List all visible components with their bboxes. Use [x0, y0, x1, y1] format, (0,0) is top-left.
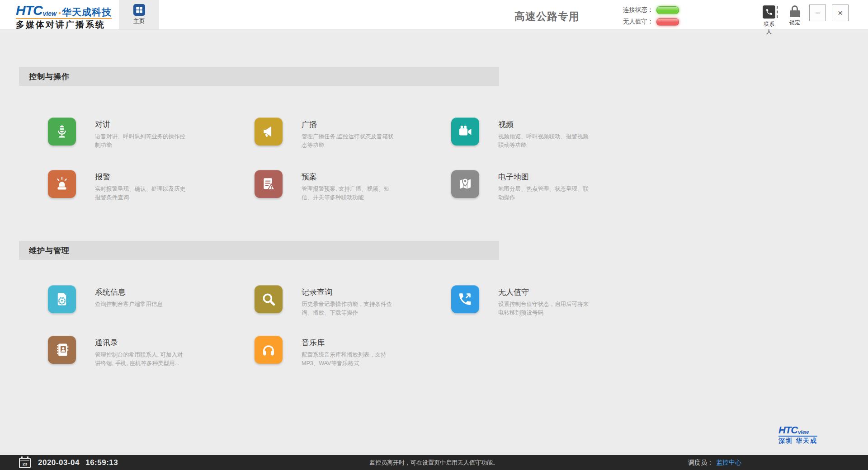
feature-title: 通讯录	[95, 338, 188, 348]
brand-dot-icon: ●	[58, 11, 61, 15]
contacts-icon	[763, 5, 775, 19]
feature-title: 无人值守	[498, 287, 591, 297]
video-camera-icon	[451, 118, 479, 146]
watermark-view: view	[798, 430, 809, 435]
feature-desc: 实时报警呈现、确认、处理以及历史报警条件查询	[95, 185, 188, 202]
contacts-button[interactable]: 联系人	[761, 5, 777, 36]
dispatcher-link[interactable]: 监控中心	[716, 459, 741, 466]
status-block: 连接状态： 无人值守：	[623, 5, 679, 28]
connection-status-label: 连接状态：	[623, 6, 654, 14]
section-band-control: 控制与操作	[19, 67, 499, 86]
brand-cn: 华天成科技	[62, 7, 112, 17]
feature-desc: 配置系统音乐库和播放列表，支持MP3、WAV等音乐格式	[302, 351, 395, 368]
microphone-icon	[48, 118, 76, 146]
feature-desc: 查询控制台客户端常用信息	[95, 300, 188, 309]
feature-broadcast[interactable]: 广播 管理广播任务,监控运行状态及音箱状态等功能	[255, 118, 451, 150]
feature-desc: 管理报警预案, 支持广播、视频、短信、开关等多种联动功能	[302, 185, 395, 202]
feature-desc: 管理控制台的常用联系人, 可加入对讲终端, 手机, 座机等多种类型用...	[95, 351, 188, 368]
brand-view: view	[43, 10, 57, 17]
feature-row: 报警 实时报警呈现、确认、处理以及历史报警条件查询 预案 管理报警预案, 支持广…	[19, 170, 591, 202]
feature-records[interactable]: 记录查询 历史录音记录操作功能，支持条件查询、播放、下载等操作	[255, 285, 451, 318]
megaphone-icon	[255, 118, 283, 146]
section-title: 维护与管理	[29, 245, 70, 256]
minimize-button[interactable]: −	[809, 5, 826, 21]
brand-logo: HTCview●华天成科技 多媒体对讲广播系统	[16, 4, 112, 29]
headphones-icon	[255, 336, 283, 364]
feature-title: 音乐库	[302, 338, 395, 348]
feature-title: 记录查询	[302, 287, 395, 297]
feature-title: 电子地图	[498, 172, 591, 182]
feature-plan[interactable]: 预案 管理报警预案, 支持广播、视频、短信、开关等多种联动功能	[255, 170, 451, 202]
feature-video[interactable]: 视频 视频预览、呼叫视频联动、报警视频联动等功能	[451, 118, 591, 150]
feature-sysinfo[interactable]: 系统信息 查询控制台客户端常用信息	[48, 285, 255, 318]
feature-title: 报警	[95, 172, 188, 182]
contact-book-icon	[48, 336, 76, 364]
home-tab[interactable]: 主页	[119, 0, 159, 29]
app-title: 高速公路专用	[514, 9, 580, 24]
feature-emap[interactable]: 电子地图 地图分层、热点管理、状态呈现、联动操作	[451, 170, 591, 202]
feature-contacts[interactable]: 通讯录 管理控制台的常用联系人, 可加入对讲终端, 手机, 座机等多种类型用..…	[48, 336, 255, 368]
feature-title: 广播	[302, 119, 395, 130]
dispatcher-block: 调度员：监控中心	[688, 459, 741, 467]
lock-icon	[787, 5, 802, 17]
feature-desc: 语音对讲、呼叫队列等业务的操作控制功能	[95, 132, 188, 150]
unattended-status-label: 无人值守：	[623, 18, 654, 26]
lock-label: 锁定	[787, 19, 802, 27]
feature-music[interactable]: 音乐库 配置系统音乐库和播放列表，支持MP3、WAV等音乐格式	[255, 336, 451, 368]
watermark-htc: HTC	[778, 425, 797, 435]
home-tab-label: 主页	[119, 17, 159, 25]
feature-desc: 管理广播任务,监控运行状态及音箱状态等功能	[302, 132, 395, 150]
unattended-status-row: 无人值守：	[623, 17, 679, 27]
feature-row: 通讯录 管理控制台的常用联系人, 可加入对讲终端, 手机, 座机等多种类型用..…	[19, 336, 451, 368]
map-pin-icon	[451, 170, 479, 198]
feature-title: 预案	[302, 172, 395, 182]
feature-alarm[interactable]: 报警 实时报警呈现、确认、处理以及历史报警条件查询	[48, 170, 255, 202]
lock-button[interactable]: 锁定	[787, 5, 802, 27]
feature-desc: 设置控制台值守状态，启用后可将来电转移到预设号码	[498, 300, 591, 318]
header: HTCview●华天成科技 多媒体对讲广播系统 主页 高速公路专用 连接状态： …	[0, 0, 868, 30]
feature-title: 对讲	[95, 119, 188, 130]
dispatcher-label: 调度员：	[688, 459, 713, 466]
feature-title: 系统信息	[95, 287, 188, 297]
feature-intercom[interactable]: 对讲 语音对讲、呼叫队列等业务的操作控制功能	[48, 118, 255, 150]
brand-htc: HTC	[16, 4, 42, 17]
search-icon	[255, 285, 283, 313]
plan-document-icon	[255, 170, 283, 198]
connection-status-row: 连接状态：	[623, 5, 679, 15]
siren-icon	[48, 170, 76, 198]
feature-desc: 视频预览、呼叫视频联动、报警视频联动等功能	[498, 132, 591, 150]
feature-row: 对讲 语音对讲、呼叫队列等业务的操作控制功能 广播 管理广播任务,监控运行状态及…	[19, 118, 591, 150]
watermark-logo: HTCview 深圳 华天成	[778, 425, 817, 444]
feature-row: 系统信息 查询控制台客户端常用信息 记录查询 历史录音记录操作功能，支持条件查询…	[19, 285, 591, 318]
brand-subtitle: 多媒体对讲广播系统	[16, 20, 112, 29]
watermark-subtitle: 深圳 华天成	[778, 437, 817, 444]
feature-desc: 地图分层、热点管理、状态呈现、联动操作	[498, 185, 591, 202]
contacts-label: 联系人	[761, 20, 777, 36]
feature-title: 视频	[498, 119, 591, 130]
feature-unattended[interactable]: 无人值守 设置控制台值守状态，启用后可将来电转移到预设号码	[451, 285, 591, 318]
unattended-status-indicator	[656, 18, 679, 26]
section-band-maintain: 维护与管理	[19, 241, 499, 260]
phone-forward-icon	[451, 285, 479, 313]
system-info-icon	[48, 285, 76, 313]
connection-status-indicator	[656, 6, 679, 14]
feature-desc: 历史录音记录操作功能，支持条件查询、播放、下载等操作	[302, 300, 395, 318]
footer-bar: 23 2020-03-04 16:59:13 监控员离开时，可在设置页中启用无人…	[0, 455, 868, 470]
section-title: 控制与操作	[29, 71, 70, 82]
home-grid-icon	[133, 4, 145, 16]
close-button[interactable]: ×	[832, 5, 849, 21]
